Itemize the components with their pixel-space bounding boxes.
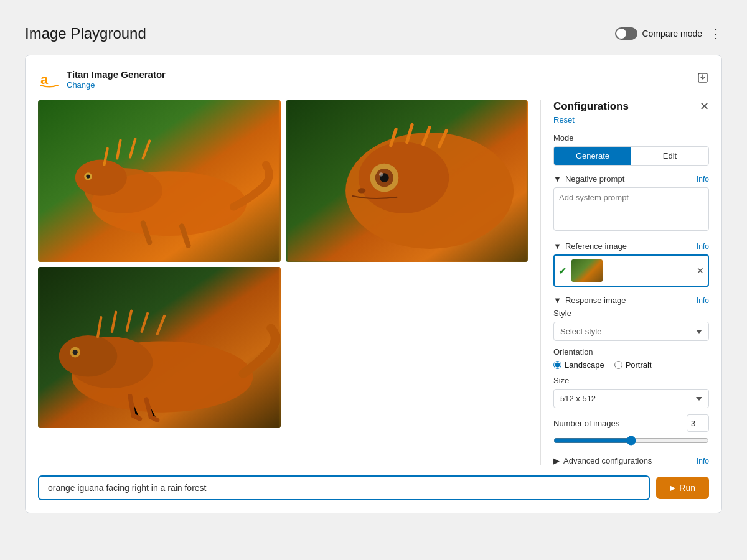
- check-icon: ✔: [558, 265, 566, 277]
- generated-image-2: [286, 100, 529, 262]
- page-header: Image Playground Compare mode ⋮: [25, 25, 722, 42]
- advanced-left: ▶ Advanced configurations: [553, 456, 652, 465]
- model-info: a Titan Image Generator Change: [38, 68, 166, 90]
- run-icon: ▶: [670, 483, 675, 492]
- negative-prompt-header[interactable]: ▼ Negative prompt Info: [553, 174, 709, 184]
- chevron-down-icon-ref: ▼: [553, 241, 561, 251]
- reset-link[interactable]: Reset: [553, 115, 709, 124]
- generated-image-3: [38, 267, 281, 429]
- run-button[interactable]: ▶ Run: [656, 477, 709, 499]
- response-image-section: ▼ Response image Info Style Select style…: [553, 296, 709, 447]
- chevron-down-icon: ▼: [553, 174, 561, 184]
- close-config-button[interactable]: ✕: [700, 101, 709, 112]
- page-title: Image Playground: [25, 25, 146, 42]
- reference-image-left: ✔: [558, 259, 603, 282]
- main-card: a Titan Image Generator Change: [25, 55, 722, 513]
- amazon-logo: a: [38, 68, 60, 90]
- panel-divider: [540, 100, 541, 465]
- num-images-label: Number of images: [553, 419, 619, 428]
- mode-label: Mode: [553, 133, 709, 142]
- style-label: Style: [553, 309, 709, 318]
- edit-mode-button[interactable]: Edit: [631, 147, 708, 165]
- mode-section: Mode Generate Edit: [553, 133, 709, 166]
- size-label: Size: [553, 376, 709, 385]
- remove-reference-image-button[interactable]: ✕: [697, 266, 704, 276]
- svg-point-15: [379, 172, 383, 176]
- landscape-label: Landscape: [565, 360, 604, 370]
- portrait-label: Portrait: [626, 360, 652, 370]
- generated-image-1: [38, 100, 281, 262]
- content-area: Configurations ✕ Reset Mode Generate Edi…: [38, 100, 709, 465]
- svg-point-8: [86, 174, 90, 178]
- landscape-radio[interactable]: [553, 361, 561, 369]
- change-model-link[interactable]: Change: [67, 80, 95, 90]
- bottom-bar: ▶ Run: [38, 475, 709, 500]
- orientation-label: Orientation: [553, 347, 709, 357]
- outer-container: Image Playground Compare mode ⋮ a: [25, 25, 722, 513]
- reference-image-info[interactable]: Info: [697, 242, 709, 251]
- chevron-down-icon-resp: ▼: [553, 296, 561, 305]
- negative-prompt-info[interactable]: Info: [697, 175, 709, 184]
- slider-container: [553, 436, 709, 447]
- size-select[interactable]: 512 x 512 768 x 768 1024 x 1024: [553, 389, 709, 408]
- num-images-slider[interactable]: [553, 436, 709, 446]
- chevron-right-icon: ▶: [553, 456, 560, 465]
- advanced-configurations-section[interactable]: ▶ Advanced configurations Info: [553, 456, 709, 465]
- negative-prompt-textarea[interactable]: [553, 187, 709, 231]
- images-grid: [38, 100, 528, 428]
- prompt-input[interactable]: [38, 475, 650, 500]
- style-select[interactable]: Select style Photorealistic Oil painting…: [553, 322, 709, 341]
- negative-prompt-title: ▼ Negative prompt: [553, 174, 624, 184]
- compare-mode-toggle[interactable]: Compare mode: [615, 27, 703, 40]
- run-label: Run: [679, 483, 695, 493]
- reference-image-title: ▼ Reference image: [553, 241, 627, 251]
- mode-buttons: Generate Edit: [553, 146, 709, 166]
- compare-mode-label: Compare mode: [642, 29, 703, 39]
- images-panel: [38, 100, 528, 465]
- svg-point-20: [59, 335, 117, 376]
- negative-prompt-section: ▼ Negative prompt Info: [553, 174, 709, 233]
- model-text: Titan Image Generator Change: [67, 69, 166, 90]
- svg-point-6: [75, 160, 127, 196]
- portrait-radio[interactable]: [614, 361, 622, 369]
- response-image-info[interactable]: Info: [697, 296, 709, 305]
- reference-thumbnail: [571, 259, 603, 282]
- generate-mode-button[interactable]: Generate: [554, 147, 631, 165]
- card-header: a Titan Image Generator Change: [38, 68, 709, 90]
- compare-mode-switch[interactable]: [615, 27, 637, 40]
- advanced-configurations-info[interactable]: Info: [697, 457, 709, 465]
- reference-image-section: ▼ Reference image Info ✔ ✕: [553, 241, 709, 287]
- reference-image-label: Reference image: [565, 241, 627, 251]
- negative-prompt-label: Negative prompt: [565, 174, 624, 184]
- landscape-option[interactable]: Landscape: [553, 360, 604, 370]
- svg-point-22: [73, 350, 78, 355]
- response-image-header[interactable]: ▼ Response image Info: [553, 296, 709, 305]
- config-header: Configurations ✕: [553, 100, 709, 113]
- reference-image-header[interactable]: ▼ Reference image Info: [553, 241, 709, 251]
- response-image-label: Response image: [565, 296, 626, 305]
- num-images-row: Number of images: [553, 414, 709, 432]
- orientation-options: Landscape Portrait: [553, 360, 709, 370]
- portrait-option[interactable]: Portrait: [614, 360, 652, 370]
- config-panel: Configurations ✕ Reset Mode Generate Edi…: [553, 100, 709, 465]
- model-name: Titan Image Generator: [67, 69, 166, 80]
- num-images-input[interactable]: [687, 414, 709, 432]
- more-options-icon[interactable]: ⋮: [710, 26, 722, 41]
- response-image-title: ▼ Response image: [553, 296, 626, 305]
- download-icon[interactable]: [697, 72, 709, 87]
- svg-point-16: [357, 188, 365, 193]
- reference-image-container: ✔ ✕: [553, 254, 709, 287]
- config-title: Configurations: [553, 100, 629, 113]
- header-right: Compare mode ⋮: [615, 26, 723, 41]
- advanced-configurations-label: Advanced configurations: [563, 456, 652, 465]
- svg-text:a: a: [40, 72, 49, 87]
